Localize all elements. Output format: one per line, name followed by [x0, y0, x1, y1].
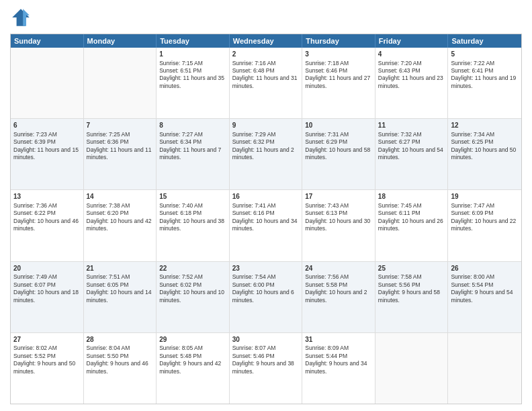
cal-cell-2-2: 7Sunrise: 7:25 AMSunset: 6:36 PMDaylight… — [84, 119, 157, 189]
day-info: Daylight: 10 hours and 54 minutes. — [378, 146, 445, 162]
day-info: Sunset: 6:20 PM — [87, 210, 154, 217]
day-info: Daylight: 9 hours and 46 minutes. — [87, 360, 154, 375]
day-number: 27 — [13, 335, 81, 345]
day-info: Daylight: 10 hours and 38 minutes. — [159, 218, 226, 233]
day-number: 5 — [451, 50, 519, 59]
day-number: 21 — [87, 264, 154, 273]
day-info: Sunset: 6:41 PM — [451, 67, 519, 75]
cal-cell-3-3: 15Sunrise: 7:40 AMSunset: 6:18 PMDayligh… — [157, 190, 230, 261]
day-info: Sunrise: 7:15 AM — [159, 60, 226, 67]
day-number: 3 — [305, 50, 372, 59]
day-info: Sunset: 6:51 PM — [159, 67, 226, 75]
cal-cell-5-3: 29Sunrise: 8:05 AMSunset: 5:48 PMDayligh… — [157, 333, 230, 404]
day-info: Sunrise: 8:07 AM — [232, 345, 300, 352]
day-info: Sunset: 5:44 PM — [305, 353, 372, 360]
day-info: Sunset: 6:34 PM — [159, 138, 226, 146]
day-info: Daylight: 9 hours and 34 minutes. — [305, 360, 372, 375]
day-info: Sunset: 6:32 PM — [232, 138, 300, 146]
day-info: Sunset: 6:48 PM — [232, 67, 300, 75]
day-info: Sunrise: 7:54 AM — [232, 273, 300, 281]
day-info: Daylight: 9 hours and 50 minutes. — [13, 360, 81, 375]
cal-cell-5-6 — [375, 333, 449, 404]
day-number: 1 — [159, 50, 226, 59]
day-number: 11 — [378, 121, 445, 130]
week-row-3: 13Sunrise: 7:36 AMSunset: 6:22 PMDayligh… — [11, 190, 521, 261]
day-info: Sunset: 5:48 PM — [159, 353, 226, 360]
logo — [10, 7, 34, 28]
day-info: Daylight: 11 hours and 15 minutes. — [13, 146, 81, 162]
day-info: Sunrise: 7:45 AM — [378, 202, 445, 210]
day-number: 9 — [232, 121, 300, 130]
day-number: 10 — [305, 121, 372, 130]
day-info: Sunrise: 7:40 AM — [159, 202, 226, 210]
day-info: Sunset: 5:52 PM — [13, 353, 81, 360]
day-info: Daylight: 10 hours and 58 minutes. — [305, 146, 372, 162]
svg-marker-0 — [12, 9, 30, 26]
cal-cell-4-1: 20Sunrise: 7:49 AMSunset: 6:07 PMDayligh… — [11, 262, 84, 332]
day-number: 26 — [451, 264, 519, 273]
day-info: Sunset: 6:16 PM — [232, 210, 300, 217]
week-row-4: 20Sunrise: 7:49 AMSunset: 6:07 PMDayligh… — [11, 262, 521, 333]
day-info: Sunset: 6:22 PM — [13, 210, 81, 217]
day-number: 12 — [451, 121, 519, 130]
day-info: Sunrise: 7:43 AM — [305, 202, 372, 210]
day-info: Sunrise: 7:36 AM — [13, 202, 81, 210]
day-number: 28 — [87, 335, 154, 345]
cal-cell-3-4: 16Sunrise: 7:41 AMSunset: 6:16 PMDayligh… — [230, 190, 303, 261]
day-info: Sunset: 6:25 PM — [451, 138, 519, 146]
day-number: 30 — [232, 335, 300, 345]
day-info: Sunset: 6:36 PM — [87, 138, 154, 146]
day-info: Sunset: 5:56 PM — [378, 281, 445, 289]
day-info: Sunrise: 7:27 AM — [159, 131, 226, 138]
day-info: Sunrise: 8:05 AM — [159, 345, 226, 352]
day-info: Sunset: 6:29 PM — [305, 138, 372, 146]
day-info: Daylight: 9 hours and 42 minutes. — [159, 360, 226, 375]
page: SundayMondayTuesdayWednesdayThursdayFrid… — [0, 0, 532, 411]
day-info: Daylight: 10 hours and 42 minutes. — [87, 218, 154, 233]
cal-cell-1-2 — [84, 48, 157, 118]
cal-cell-2-3: 8Sunrise: 7:27 AMSunset: 6:34 PMDaylight… — [157, 119, 230, 189]
day-info: Sunset: 5:46 PM — [232, 353, 300, 360]
day-info: Sunset: 6:09 PM — [451, 210, 519, 217]
day-info: Sunset: 5:58 PM — [305, 281, 372, 289]
day-info: Sunrise: 7:56 AM — [305, 273, 372, 281]
day-header-tuesday: Tuesday — [157, 34, 230, 48]
day-info: Daylight: 10 hours and 34 minutes. — [232, 218, 300, 233]
day-header-monday: Monday — [84, 34, 157, 48]
cal-cell-4-6: 25Sunrise: 7:58 AMSunset: 5:56 PMDayligh… — [375, 262, 449, 332]
header — [10, 7, 522, 28]
day-info: Sunrise: 8:04 AM — [87, 345, 154, 352]
calendar: SundayMondayTuesdayWednesdayThursdayFrid… — [10, 34, 522, 404]
cal-cell-2-1: 6Sunrise: 7:23 AMSunset: 6:39 PMDaylight… — [11, 119, 84, 189]
day-info: Sunrise: 7:41 AM — [232, 202, 300, 210]
day-number: 13 — [13, 192, 81, 201]
day-info: Daylight: 10 hours and 26 minutes. — [378, 218, 445, 233]
day-info: Sunset: 6:46 PM — [305, 67, 372, 75]
day-info: Daylight: 10 hours and 50 minutes. — [451, 146, 519, 162]
cal-cell-4-5: 24Sunrise: 7:56 AMSunset: 5:58 PMDayligh… — [302, 262, 375, 332]
day-info: Daylight: 10 hours and 22 minutes. — [451, 218, 519, 233]
day-number: 25 — [378, 264, 445, 273]
cal-cell-3-5: 17Sunrise: 7:43 AMSunset: 6:13 PMDayligh… — [302, 190, 375, 261]
day-info: Sunrise: 8:09 AM — [305, 345, 372, 352]
day-info: Sunrise: 8:00 AM — [451, 273, 519, 281]
cal-cell-2-7: 12Sunrise: 7:34 AMSunset: 6:25 PMDayligh… — [448, 119, 521, 189]
day-info: Sunset: 6:02 PM — [159, 281, 226, 289]
day-number: 18 — [378, 192, 445, 201]
day-info: Daylight: 10 hours and 2 minutes. — [305, 289, 372, 304]
day-number: 4 — [378, 50, 445, 59]
day-info: Sunrise: 7:51 AM — [87, 273, 154, 281]
day-header-thursday: Thursday — [302, 34, 375, 48]
day-info: Sunrise: 7:58 AM — [378, 273, 445, 281]
day-info: Sunset: 6:05 PM — [87, 281, 154, 289]
calendar-header: SundayMondayTuesdayWednesdayThursdayFrid… — [11, 34, 521, 48]
day-info: Sunset: 6:39 PM — [13, 138, 81, 146]
day-info: Sunset: 6:18 PM — [159, 210, 226, 217]
day-info: Sunrise: 7:22 AM — [451, 60, 519, 67]
cal-cell-2-6: 11Sunrise: 7:32 AMSunset: 6:27 PMDayligh… — [375, 119, 449, 189]
day-info: Sunrise: 7:38 AM — [87, 202, 154, 210]
day-number: 7 — [87, 121, 154, 130]
day-info: Sunrise: 7:52 AM — [159, 273, 226, 281]
day-info: Daylight: 11 hours and 19 minutes. — [451, 75, 519, 90]
cal-cell-4-7: 26Sunrise: 8:00 AMSunset: 5:54 PMDayligh… — [448, 262, 521, 332]
